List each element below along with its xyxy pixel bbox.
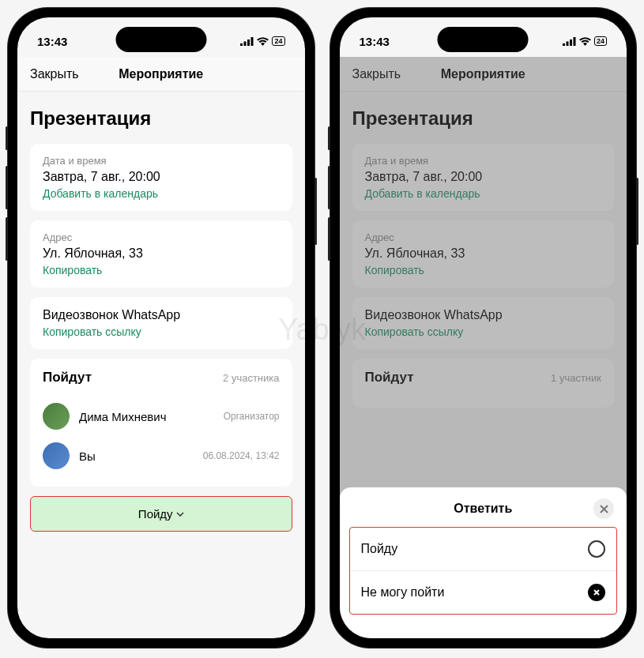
- svg-rect-4: [563, 43, 565, 46]
- event-title: Презентация: [352, 107, 615, 130]
- cellular-icon: [240, 37, 254, 46]
- status-time: 13:43: [37, 35, 67, 48]
- participant-meta: 06.08.2024, 13:42: [203, 450, 280, 461]
- sheet-title: Ответить: [454, 502, 512, 516]
- attendees-count: 1 участник: [551, 372, 601, 384]
- nav-title: Мероприятие: [441, 67, 525, 81]
- datetime-label: Дата и время: [43, 155, 280, 167]
- datetime-card: Дата и время Завтра, 7 авг., 20:00 Добав…: [30, 144, 292, 211]
- svg-rect-1: [244, 41, 247, 46]
- participant-name: Дима Михневич: [79, 410, 224, 423]
- wifi-icon: [257, 37, 269, 46]
- address-label: Адрес: [43, 231, 280, 243]
- svg-rect-2: [247, 39, 250, 46]
- close-button[interactable]: Закрыть: [352, 67, 401, 81]
- radio-x-icon: [588, 584, 605, 601]
- videocall-card: Видеозвонок WhatsApp Копировать ссылку: [30, 297, 292, 349]
- datetime-label: Дата и время: [365, 155, 602, 167]
- sheet-close-button[interactable]: [593, 498, 614, 519]
- svg-rect-6: [570, 39, 572, 46]
- nav-bar: Закрыть Мероприятие: [340, 57, 627, 92]
- cellular-icon: [563, 37, 576, 46]
- participant-name: Вы: [79, 449, 203, 463]
- attendees-title: Пойдут: [365, 370, 414, 385]
- datetime-value: Завтра, 7 авг., 20:00: [43, 170, 280, 184]
- event-title: Презентация: [30, 107, 292, 130]
- dynamic-island: [438, 27, 529, 52]
- response-sheet: Ответить Пойду Не могу пойти: [340, 487, 627, 638]
- rsvp-button[interactable]: Пойду: [30, 496, 292, 532]
- copy-address-link[interactable]: Копировать: [43, 264, 280, 276]
- rsvp-label: Пойду: [138, 507, 173, 521]
- participant-row[interactable]: Вы 06.08.2024, 13:42: [43, 436, 280, 476]
- svg-rect-7: [573, 37, 575, 46]
- address-card: Адрес Ул. Яблочная, 33 Копировать: [30, 220, 292, 288]
- wifi-icon: [579, 37, 591, 46]
- datetime-card: Дата и время Завтра, 7 авг., 20:00 Добав…: [352, 144, 615, 211]
- close-button[interactable]: Закрыть: [30, 67, 79, 81]
- avatar: [43, 403, 70, 430]
- videocall-value: Видеозвонок WhatsApp: [43, 308, 280, 322]
- address-label: Адрес: [365, 231, 602, 243]
- battery-icon: 24: [594, 36, 607, 46]
- copy-address-link[interactable]: Копировать: [365, 264, 602, 276]
- radio-unselected-icon: [588, 540, 605, 558]
- status-time: 13:43: [360, 35, 390, 48]
- avatar: [43, 442, 70, 469]
- videocall-value: Видеозвонок WhatsApp: [365, 308, 602, 322]
- phone-mockup-left: 13:43 24 Закрыть Мероприятие Презентация…: [8, 8, 314, 648]
- address-value: Ул. Яблочная, 33: [43, 246, 280, 261]
- add-to-calendar-link[interactable]: Добавить в календарь: [365, 187, 602, 200]
- dynamic-island: [115, 27, 206, 52]
- address-card: Адрес Ул. Яблочная, 33 Копировать: [352, 220, 615, 288]
- copy-link-action[interactable]: Копировать ссылку: [43, 325, 280, 338]
- participant-row[interactable]: Дима Михневич Организатор: [43, 397, 280, 436]
- videocall-card: Видеозвонок WhatsApp Копировать ссылку: [352, 297, 615, 349]
- attendees-title: Пойдут: [43, 370, 92, 385]
- attendees-card: Пойдут 1 участник: [352, 359, 615, 408]
- svg-rect-0: [240, 43, 243, 46]
- nav-title: Мероприятие: [119, 67, 203, 81]
- chevron-down-icon: [176, 512, 184, 517]
- participant-meta: Организатор: [224, 411, 280, 422]
- battery-icon: 24: [272, 36, 284, 46]
- option-label: Пойду: [361, 542, 398, 556]
- phone-mockup-right: 13:43 24 Закрыть Мероприятие Презентация…: [330, 8, 637, 648]
- svg-rect-3: [251, 37, 254, 46]
- close-icon: [600, 505, 608, 513]
- option-not-going[interactable]: Не могу пойти: [350, 570, 617, 614]
- add-to-calendar-link[interactable]: Добавить в календарь: [43, 187, 280, 200]
- svg-rect-5: [566, 41, 568, 46]
- address-value: Ул. Яблочная, 33: [365, 246, 602, 261]
- attendees-card: Пойдут 2 участника Дима Михневич Организ…: [30, 359, 292, 487]
- copy-link-action[interactable]: Копировать ссылку: [365, 325, 602, 338]
- nav-bar: Закрыть Мероприятие: [17, 57, 305, 92]
- option-label: Не могу пойти: [361, 585, 445, 600]
- attendees-count: 2 участника: [223, 372, 279, 384]
- option-going[interactable]: Пойду: [350, 528, 617, 570]
- datetime-value: Завтра, 7 авг., 20:00: [365, 170, 602, 184]
